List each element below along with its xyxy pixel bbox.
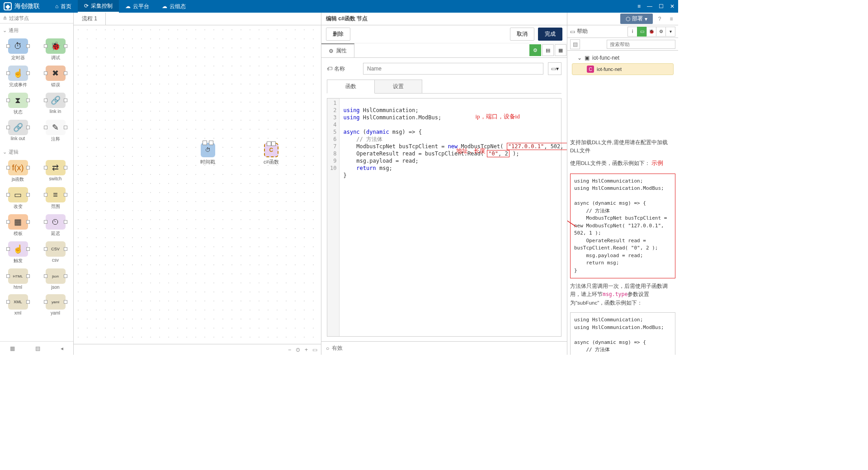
nav-cloud[interactable]: ☁云平台 (119, 0, 156, 13)
subtabs: 函数 设置 (327, 80, 561, 94)
csv-icon: CSV (51, 247, 60, 251)
deploy-icon: ⬡ (626, 16, 630, 22)
node-linkout[interactable]: 🔗link out (4, 120, 32, 142)
list-icon[interactable]: ▤ (35, 345, 40, 352)
name-icon-button[interactable]: ▭▾ (548, 62, 561, 75)
timer-icon: ⏱ (205, 147, 211, 153)
zoom-in-button[interactable]: + (305, 347, 308, 353)
subtab-func[interactable]: 函数 (327, 80, 375, 94)
sb-tab-debug[interactable]: 🐞 (646, 27, 656, 37)
nav-home[interactable]: ⌂首页 (49, 0, 78, 13)
node-linkout-label: link out (11, 136, 25, 141)
sb-toc-button[interactable]: ▤ (570, 39, 580, 49)
html-icon: HTML (13, 274, 23, 278)
menu-icon[interactable]: ≡ (666, 14, 676, 24)
node-yaml[interactable]: yamlyaml (41, 294, 70, 315)
node-status[interactable]: ⧗状态 (4, 93, 32, 115)
code-content[interactable]: using HslCommunication; using HslCommuni… (340, 99, 567, 336)
filter-icon: ⋔ (3, 15, 7, 21)
tab-icon-appearance[interactable]: ⚙ (529, 44, 541, 56)
canvas-tab[interactable]: 流程 1 (74, 13, 106, 25)
tab-properties[interactable]: ⚙属性 (321, 43, 354, 57)
sb-tab-config[interactable]: ⚙ (656, 27, 666, 37)
collapse-icon[interactable]: ◂ (61, 345, 63, 352)
zoom-reset-button[interactable]: ⊙ (296, 347, 300, 353)
sidebar: ⬡部署▾ ? ≡ ▭帮助 i ▭ 🐞 ⚙ ▾ ▤ ⌄▣iot- (567, 13, 678, 355)
canvas-wrap: 流程 1 ⏱ 时间戳 C c#函数 − ⊙ + ▭ (74, 13, 321, 355)
node-debug[interactable]: 🐞调试 (41, 38, 70, 61)
name-input[interactable] (363, 63, 543, 75)
sb-tab-info[interactable]: i (627, 27, 637, 37)
code-editor[interactable]: 12345678910 using HslCommunication; usin… (327, 98, 561, 337)
cloudgroup-icon: ☁ (162, 3, 167, 9)
grid-icon[interactable]: ▦ (10, 345, 15, 352)
menu-icon[interactable]: ≡ (637, 3, 641, 9)
zoom-out-button[interactable]: − (288, 347, 291, 353)
deploy-button[interactable]: ⬡部署▾ (620, 14, 653, 24)
sb-tab-help[interactable]: ▭ (637, 27, 647, 37)
close-button[interactable]: ✕ (670, 3, 675, 9)
help-p2a: 使用DLL文件类，函数示例如下： (570, 160, 650, 166)
sidebar-body: ⌄▣iot-func-net Ciot-func-net 支持加载DLL文件,需… (567, 51, 678, 355)
node-switch[interactable]: ⇄switch (41, 160, 70, 183)
palette-search[interactable]: ⋔ (0, 13, 73, 24)
deploy-label: 部署 (632, 15, 643, 23)
node-csv-label: csv (52, 258, 59, 263)
node-csv[interactable]: CSVcsv (41, 241, 70, 264)
canvas-node-timer[interactable]: ⏱ 时间戳 (200, 143, 215, 165)
sidebar-search-input[interactable] (607, 40, 675, 49)
node-jsfunc-label: js函数 (12, 176, 24, 183)
minimize-button[interactable]: — (647, 3, 652, 9)
canvas-node-csharp[interactable]: C c#函数 (264, 143, 279, 165)
node-linkin[interactable]: 🔗link in (41, 93, 70, 115)
tab-icon-doc[interactable]: ▤ (542, 44, 554, 56)
node-change[interactable]: ▭改变 (4, 187, 32, 210)
map-button[interactable]: ▭ (312, 347, 317, 353)
delete-button[interactable]: 删除 (326, 28, 350, 41)
hourglass-icon: ⧗ (15, 96, 21, 105)
editor-title: 编辑 c#函数 节点 (321, 13, 567, 25)
node-json[interactable]: jsonjson (41, 268, 70, 290)
node-xml[interactable]: XMLxml (4, 294, 32, 315)
tab-icon-desc[interactable]: ▦ (555, 44, 566, 56)
node-timer[interactable]: ⏱定时器 (4, 38, 32, 61)
bug-icon: 🐞 (51, 41, 61, 51)
node-range[interactable]: ≡范围 (41, 187, 70, 210)
gutter: 12345678910 (327, 99, 340, 336)
palette-search-input[interactable] (9, 15, 71, 21)
node-comment[interactable]: ✎注释 (41, 120, 70, 142)
node-switch-label: switch (49, 176, 62, 181)
maximize-button[interactable]: ☐ (659, 3, 664, 9)
brand-text: 海创微联 (14, 2, 40, 10)
node-template[interactable]: ▦模板 (4, 214, 32, 237)
subtab-setting[interactable]: 设置 (374, 80, 422, 93)
tree-leaf[interactable]: Ciot-func-net (572, 63, 674, 75)
nav-collect[interactable]: ⟳采集控制 (78, 0, 119, 13)
node-delay[interactable]: ⏲延迟 (41, 214, 70, 237)
node-delay-label: 延迟 (51, 230, 60, 237)
tab-properties-label: 属性 (336, 47, 347, 55)
cancel-button[interactable]: 取消 (510, 28, 534, 41)
cat-logic[interactable]: ⌄逻辑 (2, 147, 71, 157)
editor-footer: ○ 有效 (321, 341, 567, 355)
touch-icon: ☝ (13, 68, 23, 78)
link-icon: 🔗 (51, 95, 61, 105)
node-timer-label: 定时器 (11, 55, 25, 61)
node-trigger[interactable]: ☝触发 (4, 241, 32, 264)
node-status-label: 状态 (14, 109, 23, 115)
help-p3: 方法体只需调用一次，后需使用子函数调用，请上环节msg.type参数设置为"su… (570, 282, 675, 307)
help-p2b: 示例 (651, 160, 663, 166)
node-complete[interactable]: ☝完成事件 (4, 66, 32, 88)
done-button[interactable]: 完成 (538, 28, 562, 41)
node-error[interactable]: ✖错误 (41, 66, 70, 88)
canvas[interactable]: ⏱ 时间戳 C c#函数 (74, 25, 321, 344)
help-p2: 使用DLL文件类，函数示例如下： 示例 (570, 159, 675, 168)
node-html[interactable]: HTMLhtml (4, 268, 32, 290)
tree-root[interactable]: ⌄▣iot-func-net (570, 53, 675, 62)
gear-icon: ⚙ (329, 48, 334, 54)
nav-cloudgroup[interactable]: ☁云组态 (156, 0, 192, 13)
node-jsfunc[interactable]: f(x)js函数 (4, 160, 32, 183)
help-icon[interactable]: ? (655, 14, 665, 24)
sb-tab-more[interactable]: ▾ (665, 27, 675, 37)
cat-general[interactable]: ⌄通用 (2, 25, 71, 36)
